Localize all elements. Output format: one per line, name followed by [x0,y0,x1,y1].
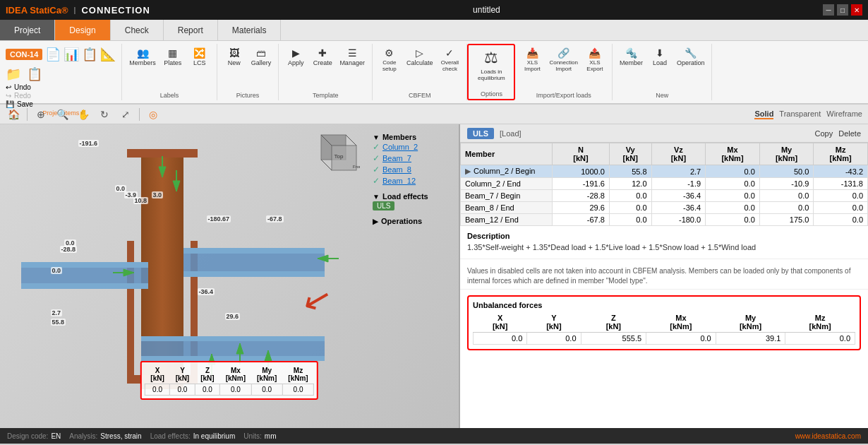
tab-report[interactable]: Report [164,20,218,40]
transparent-mode-button[interactable]: Transparent [779,109,821,119]
apply-button[interactable]: ▶ Apply [283,45,308,69]
plates-button[interactable]: ▦ Plates [160,45,186,69]
xls-import-button[interactable]: 📥 XLSImport [519,45,545,74]
vy-val[interactable]: 0.0 [609,190,651,202]
loads-in-equilibrium-button[interactable]: ⚖ Loads inequilibrium [470,47,512,83]
my-val[interactable]: 0.0 [759,202,814,214]
mz-val[interactable]: -43.2 [814,165,868,178]
vz-val[interactable]: 2.7 [651,165,706,178]
vy-val[interactable]: 12.0 [609,178,651,190]
my-val[interactable]: 0.0 [759,190,814,202]
mx-val[interactable]: 0.0 [706,178,760,190]
reset-view-button[interactable]: ◎ [145,107,161,122]
lcs-button[interactable]: 🔀 LCS [187,45,212,69]
copy-doc-btn[interactable]: 📋 [27,66,42,82]
zoom-region-button[interactable]: 🔍 [54,107,70,122]
members-section[interactable]: ▼ Members [373,133,453,141]
connection-import-label: ConnectionImport [549,59,577,72]
my-val[interactable]: 50.0 [759,165,814,178]
mx-val[interactable]: 0.0 [706,165,760,178]
home-view-button[interactable]: 🏠 [6,107,21,122]
members-button[interactable]: 👥 Members [126,45,159,69]
expand-arrow[interactable]: ▶ [465,167,471,175]
vy-val[interactable]: 0.0 [609,214,651,226]
tree-beam-7[interactable]: ✓ Beam_7 [373,153,453,164]
n-val[interactable]: 29.6 [553,202,610,214]
beam12-link[interactable]: Beam_12 [382,177,416,185]
mz-val[interactable]: -131.8 [814,178,868,190]
column2-link[interactable]: Column_2 [382,143,418,151]
new-picture-button[interactable]: 🖼 New [222,45,247,69]
redo-row[interactable]: ↪ Redo [6,92,116,100]
cd-btn[interactable]: 📋 [82,47,97,62]
con-badge[interactable]: CON-14 [6,49,42,60]
minimize-button[interactable]: ─ [823,4,834,16]
mz-val[interactable]: 0.0 [814,202,868,214]
create-button[interactable]: ✚ Create [310,45,335,69]
zoom-fit-button[interactable]: ⊕ [33,107,49,122]
window-controls[interactable]: ─ □ ✕ [823,4,862,16]
dr-btn[interactable]: 📐 [100,47,116,62]
pan-button[interactable]: ✋ [76,107,91,122]
table-row[interactable]: Beam_8 / End 29.6 0.0 -36.4 0.0 0.0 0.0 [461,202,868,214]
undo-row[interactable]: ↩ Undo [6,83,116,91]
copy-button[interactable]: Copy [815,129,833,138]
vy-val[interactable]: 0.0 [609,202,651,214]
rotate-button[interactable]: ↻ [97,107,112,122]
mz-val[interactable]: 0.0 [814,190,868,202]
cube-navigator[interactable]: Top Front [318,131,360,174]
n-val[interactable]: -67.8 [553,214,610,226]
eps-btn[interactable]: 📄 [45,47,61,62]
tab-check[interactable]: Check [111,20,164,40]
vz-val[interactable]: -1.9 [651,178,706,190]
copy-delete-buttons: Copy Delete [815,129,861,138]
load-effects-section[interactable]: ▼ Load effects [373,192,453,201]
xls-export-button[interactable]: 📤 XLSExport [582,45,608,74]
mz-val[interactable]: 0.0 [814,214,868,226]
tab-design[interactable]: Design [55,20,110,40]
tree-column-2[interactable]: ✓ Column_2 [373,141,453,153]
n-val[interactable]: 1000.0 [553,165,610,178]
overall-check-button[interactable]: ✓ Overallcheck [437,45,462,74]
tree-beam-8[interactable]: ✓ Beam_8 [373,164,453,175]
tab-project[interactable]: Project [0,20,55,40]
fullscreen-button[interactable]: ⤢ [118,107,133,122]
maximize-button[interactable]: □ [837,4,848,16]
mx-val[interactable]: 0.0 [706,214,760,226]
wireframe-mode-button[interactable]: Wireframe [826,109,862,119]
close-button[interactable]: ✕ [851,4,862,16]
vz-val[interactable]: -36.4 [651,202,706,214]
tree-uls[interactable]: ULS [373,201,453,211]
table-row[interactable]: ▶Column_2 / Begin 1000.0 55.8 2.7 0.0 50… [461,165,868,178]
table-row[interactable]: Beam_7 / Begin -28.8 0.0 -36.4 0.0 0.0 0… [461,190,868,202]
vz-val[interactable]: -36.4 [651,190,706,202]
gallery-button[interactable]: 🗃 Gallery [248,45,275,69]
manager-button[interactable]: ☰ Manager [337,45,368,69]
vz-val[interactable]: -180.0 [651,214,706,226]
mx-val[interactable]: 0.0 [706,190,760,202]
table-row[interactable]: Column_2 / End -191.6 12.0 -1.9 0.0 -10.… [461,178,868,190]
code-setup-button[interactable]: ⚙ Codesetup [377,45,402,74]
beam7-link[interactable]: Beam_7 [382,154,411,162]
website-link[interactable]: www.ideastatica.com [795,432,861,440]
table-row[interactable]: Beam_12 / End -67.8 0.0 -180.0 0.0 175.0… [461,214,868,226]
new-operation-button[interactable]: 🔧 Operation [674,45,708,69]
connection-import-button[interactable]: 🔗 ConnectionImport [546,45,580,74]
operations-section[interactable]: ▶ Operations [373,217,453,225]
n-val[interactable]: -191.6 [553,178,610,190]
new-btn[interactable]: 📁 [6,66,21,82]
vy-val[interactable]: 55.8 [609,165,651,178]
tree-beam-12[interactable]: ✓ Beam_12 [373,175,453,186]
tab-materials[interactable]: Materials [218,20,282,40]
my-val[interactable]: -10.9 [759,178,814,190]
beam8-link[interactable]: Beam_8 [382,165,411,174]
n-val[interactable]: -28.8 [553,190,610,202]
delete-button[interactable]: Delete [838,129,861,138]
solid-mode-button[interactable]: Solid [754,109,773,119]
new-member-button[interactable]: 🔩 Member [617,45,646,69]
mx-val[interactable]: 0.0 [706,202,760,214]
my-val[interactable]: 175.0 [759,214,814,226]
calculate-button[interactable]: ▷ Calculate [404,45,436,69]
st-btn[interactable]: 📊 [64,47,79,62]
new-load-button[interactable]: ⬇ Load [647,45,673,69]
